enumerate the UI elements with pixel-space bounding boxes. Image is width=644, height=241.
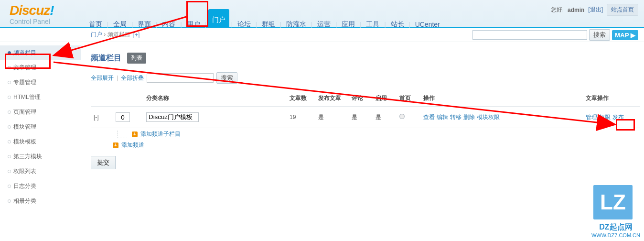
row-enable: 是 [373,107,397,128]
submit-bar: 提交 [91,156,640,169]
sidebar-item-4[interactable]: 页面管理 [0,105,81,120]
site-home-link[interactable]: 站点首页 [607,4,638,16]
row-publish: 是 [315,107,349,128]
filter-input[interactable] [147,73,214,83]
collapse-all[interactable]: 全部折叠 [121,74,144,82]
add-sub-channel[interactable]: + 添加频道子栏目 [118,130,640,138]
th-publish: 发布文章 [315,90,349,107]
crumb-sep: › [104,31,106,38]
submit-button[interactable]: 提交 [91,156,116,169]
op-删除[interactable]: 删除 [463,114,475,120]
tree-line-icon [118,131,127,138]
user-bar: 您好, admin [退出] 站点首页 [551,4,638,16]
sidebar-item-0[interactable]: 频道栏目 [0,45,81,60]
channel-table: 分类名称 文章数 发布文章 评论 启用 首页 操作 文章操作 [-] 19 是 … [91,90,640,128]
row-name-input[interactable] [146,112,199,122]
th-enable: 启用 [373,90,397,107]
divider: | [117,75,118,81]
add-sub-label: 添加频道子栏目 [140,130,181,138]
th-name: 分类名称 [143,90,287,107]
greet-label: 您好, [551,6,564,14]
row-collapse[interactable]: [-] [94,114,99,120]
header-search-input[interactable] [472,30,587,40]
sidebar-item-8[interactable]: 权限列表 [0,164,81,179]
logo: Discuz! Control Panel [10,4,54,25]
expand-all[interactable]: 全部展开 [91,74,114,82]
artop-管理[interactable]: 管理 [586,114,597,120]
artop-发布[interactable]: 发布 [612,114,624,120]
sidebar-item-5[interactable]: 模块管理 [0,120,81,134]
sidebar-item-1[interactable]: 文章管理 [0,60,81,75]
row-ops: 查看编辑转移删除模块权限 [420,107,583,128]
breadcrumb-add[interactable]: [+] [133,32,140,38]
crumb-current: 频道栏目 [107,31,130,38]
header-search-button[interactable]: 搜索 [589,29,610,41]
logo-brand: Discuz [10,3,50,18]
artop-权限[interactable]: 权限 [599,114,611,120]
page-title: 频道栏目 [91,53,121,63]
th-ops: 操作 [420,90,583,107]
row-order-input[interactable] [116,112,130,122]
watermark-icon: LZ [591,183,634,221]
th-article-ops: 文章操作 [583,90,640,107]
breadcrumb-bar: 门户 › 频道栏目 [+] 搜索 MAP ▶ [0,28,644,42]
op-模块权限[interactable]: 模块权限 [477,114,500,120]
sidebar-item-3[interactable]: HTML管理 [0,90,81,105]
th-comment: 评论 [349,90,373,107]
main: 频道栏目 列表 全部展开 | 全部折叠 搜索 分类名称 文章数 发布文章 评论 … [91,53,640,169]
watermark: LZ DZ起点网 WWW.DZ7.COM.CN [591,183,640,238]
watermark-label: DZ起点网 [591,222,640,232]
th-home: 首页 [397,90,420,107]
sidebar-item-6[interactable]: 模块模板 [0,134,81,149]
table-row: [-] 19 是 是 是 查看编辑转移删除模块权限 管理权限发布 [91,107,640,128]
watermark-url: WWW.DZ7.COM.CN [591,232,640,238]
add-channel-label: 添加频道 [121,141,144,149]
map-button[interactable]: MAP ▶ [612,30,638,40]
page-title-bar: 频道栏目 列表 [91,53,640,64]
row-comment: 是 [349,107,373,128]
sidebar-item-9[interactable]: 日志分类 [0,179,81,194]
op-编辑[interactable]: 编辑 [437,114,448,120]
logo-bang: ! [50,3,54,18]
row-article-ops: 管理权限发布 [583,107,640,128]
op-查看[interactable]: 查看 [423,114,435,120]
view-list-badge[interactable]: 列表 [127,53,146,64]
plus-icon: + [113,142,118,148]
logo-subtitle: Control Panel [10,18,54,25]
th-articles: 文章数 [287,90,315,107]
username: admin [568,7,584,13]
sidebar-item-2[interactable]: 专题管理 [0,75,81,90]
op-转移[interactable]: 转移 [450,114,462,120]
header: Discuz! Control Panel 首页|全局|界面|内容|用户|门户|… [0,0,644,28]
sidebar-item-7[interactable]: 第三方模块 [0,149,81,164]
sidebar-item-10[interactable]: 相册分类 [0,194,81,208]
row-home-radio[interactable] [399,114,405,119]
logout-link[interactable]: [退出] [588,6,603,14]
crumb-root[interactable]: 门户 [91,31,102,38]
header-search: 搜索 MAP ▶ [472,29,638,41]
sidebar: 频道栏目文章管理专题管理HTML管理页面管理模块管理模块模板第三方模块权限列表日… [0,45,81,208]
add-channel[interactable]: + 添加频道 [113,141,640,149]
filter-search-button[interactable]: 搜索 [216,72,237,84]
breadcrumb: 门户 › 频道栏目 [91,31,130,39]
toolbelt: 全部展开 | 全部折叠 搜索 [91,72,640,84]
row-articles: 19 [287,107,315,128]
plus-icon: + [132,131,138,137]
